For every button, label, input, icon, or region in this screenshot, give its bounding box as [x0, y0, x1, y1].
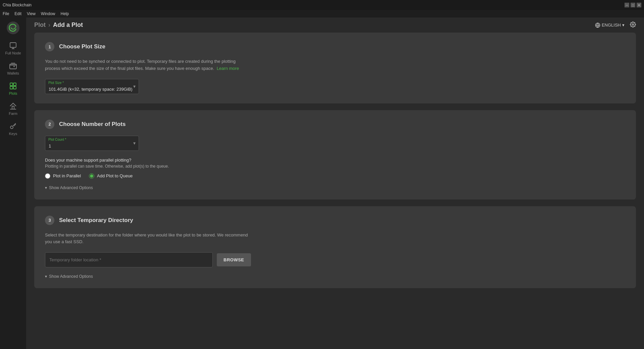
plot-size-select[interactable]: 101.4GiB (k=32, temporary space: 239GiB)… — [45, 79, 139, 94]
menu-bar: File Edit View Window Help — [0, 10, 644, 17]
plot-count-select[interactable]: 1 2 3 5 10 — [45, 136, 139, 151]
app-layout: Full Node Wallets Plots — [0, 17, 644, 349]
breadcrumb: Plot › Add a Plot — [34, 21, 83, 29]
sidebar: Full Node Wallets Plots — [0, 17, 26, 349]
plot-count-dropdown-wrapper: Plot Count * 1 2 3 5 10 ▾ — [45, 136, 139, 151]
sidebar-item-plots[interactable]: Plots — [0, 79, 26, 99]
sidebar-item-wallets[interactable]: Wallets — [0, 58, 26, 79]
section2-title: Choose Number of Plots — [59, 121, 126, 128]
svg-rect-5 — [10, 86, 13, 89]
parallel-sub: Plotting in parallel can save time. Othe… — [45, 164, 625, 169]
app-title: Chia Blockchain — [3, 3, 32, 7]
svg-rect-3 — [10, 83, 13, 86]
radio-parallel-input[interactable] — [45, 173, 50, 179]
section3-advanced-toggle[interactable]: ▾ Show Advanced Options — [45, 274, 625, 279]
section1-desc-line2: process which exceed the size of the fin… — [45, 66, 214, 71]
section3-header: 3 Select Temporary Directory — [45, 216, 625, 225]
sidebar-item-keys[interactable]: Keys — [0, 119, 26, 139]
section1-title: Choose Plot Size — [59, 43, 105, 50]
chia-logo — [6, 21, 20, 35]
sidebar-label-keys: Keys — [9, 132, 17, 136]
section1-desc-line1: You do not need to be synched or connect… — [45, 59, 236, 64]
section3-advanced-label: Show Advanced Options — [49, 274, 93, 279]
gear-icon — [630, 21, 636, 28]
sidebar-label-full-node: Full Node — [5, 51, 21, 55]
breadcrumb-parent[interactable]: Plot — [34, 21, 46, 29]
globe-icon — [595, 23, 600, 28]
minimize-button[interactable]: ─ — [625, 3, 629, 7]
plot-size-dropdown-wrapper: Plot Size * 101.4GiB (k=32, temporary sp… — [45, 79, 139, 94]
menu-help[interactable]: Help — [61, 11, 69, 16]
section3-title: Select Temporary Directory — [59, 217, 133, 224]
svg-rect-4 — [13, 83, 16, 86]
language-button[interactable]: ENGLISH ▾ — [595, 23, 625, 28]
temp-folder-input[interactable] — [45, 252, 213, 267]
section3-desc-line2: you use a fast SSD. — [45, 239, 84, 244]
radio-queue-option[interactable]: Add Plot to Queue — [89, 173, 133, 179]
title-bar-title: Chia Blockchain — [3, 3, 32, 7]
section-choose-plot-size: 1 Choose Plot Size You do not need to be… — [34, 33, 636, 103]
chevron-down-icon-2: ▾ — [45, 185, 47, 190]
header-right: ENGLISH ▾ — [595, 21, 636, 29]
sidebar-label-plots: Plots — [9, 91, 17, 95]
section-temporary-directory: 3 Select Temporary Directory Select the … — [34, 206, 636, 289]
svg-point-9 — [632, 24, 634, 26]
menu-window[interactable]: Window — [41, 11, 55, 16]
section2-header: 2 Choose Number of Plots — [45, 120, 625, 129]
section-choose-number-plots: 2 Choose Number of Plots Plot Count * 1 … — [34, 110, 636, 200]
svg-rect-6 — [13, 86, 16, 89]
close-button[interactable]: ✕ — [637, 3, 641, 7]
radio-group: Plot in Parallel Add Plot to Queue — [45, 173, 625, 179]
chevron-down-icon-3: ▾ — [45, 274, 47, 279]
title-bar-controls: ─ □ ✕ — [625, 3, 641, 7]
radio-parallel-option[interactable]: Plot in Parallel — [45, 173, 81, 179]
radio-queue-input[interactable] — [89, 173, 94, 179]
section3-desc-line1: Select the temporary destination for the… — [45, 232, 248, 237]
breadcrumb-current: Add a Plot — [53, 21, 83, 29]
parallel-question: Does your machine support parallel plott… — [45, 158, 625, 163]
section1-number: 1 — [45, 42, 54, 51]
learn-more-link[interactable]: Learn more — [217, 66, 239, 71]
main-content: 1 Choose Plot Size You do not need to be… — [26, 33, 644, 349]
temp-folder-row: BROWSE — [45, 252, 625, 267]
section1-description: You do not need to be synched or connect… — [45, 58, 625, 72]
menu-edit[interactable]: Edit — [14, 11, 21, 16]
radio-parallel-label: Plot in Parallel — [53, 173, 81, 178]
radio-queue-label: Add Plot to Queue — [97, 173, 133, 178]
section2-advanced-label: Show Advanced Options — [49, 185, 93, 190]
language-label: ENGLISH — [602, 23, 621, 28]
title-bar: Chia Blockchain ─ □ ✕ — [0, 0, 644, 10]
section3-number: 3 — [45, 216, 54, 225]
section2-number: 2 — [45, 120, 54, 129]
sidebar-item-full-node[interactable]: Full Node — [0, 38, 26, 58]
svg-rect-1 — [10, 43, 16, 47]
settings-button[interactable] — [630, 21, 636, 29]
top-header: Plot › Add a Plot ENGLISH ▾ — [26, 17, 644, 33]
browse-button[interactable]: BROWSE — [217, 253, 251, 266]
chevron-down-icon: ▾ — [622, 23, 625, 28]
section1-header: 1 Choose Plot Size — [45, 42, 625, 51]
sidebar-label-wallets: Wallets — [7, 71, 19, 75]
svg-point-7 — [10, 126, 13, 129]
breadcrumb-separator: › — [48, 21, 50, 29]
svg-point-0 — [7, 21, 19, 34]
plot-count-row: Plot Count * 1 2 3 5 10 ▾ — [45, 136, 625, 151]
sidebar-label-farm: Farm — [9, 112, 17, 116]
section2-advanced-toggle[interactable]: ▾ Show Advanced Options — [45, 185, 625, 190]
maximize-button[interactable]: □ — [631, 3, 635, 7]
menu-view[interactable]: View — [27, 11, 36, 16]
section3-description: Select the temporary destination for the… — [45, 232, 625, 246]
sidebar-item-farm[interactable]: Farm — [0, 99, 26, 119]
menu-file[interactable]: File — [3, 11, 9, 16]
